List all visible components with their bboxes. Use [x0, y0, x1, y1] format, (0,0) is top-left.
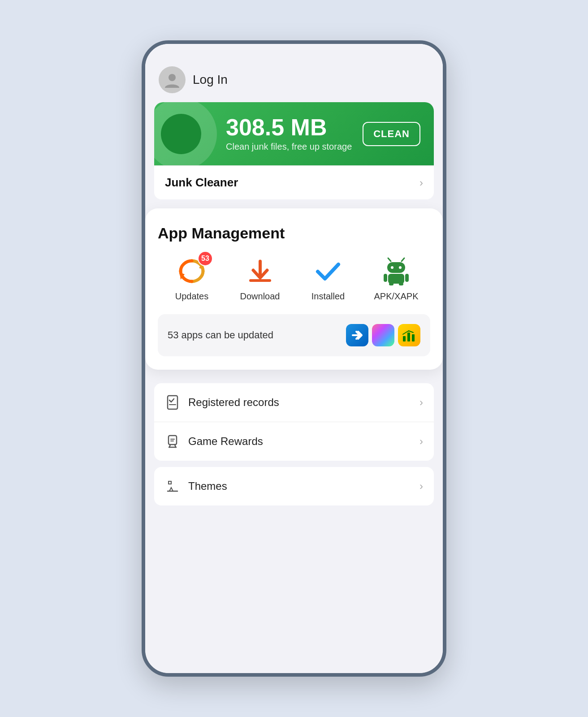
svg-point-9	[399, 266, 402, 269]
app-management-title: App Management	[158, 225, 430, 242]
themes-icon	[165, 479, 180, 494]
junk-banner-subtitle: Clean junk files, free up storage	[226, 142, 363, 152]
list-section-2: Themes ›	[154, 467, 434, 505]
svg-rect-7	[387, 262, 405, 273]
app-management-icons-row: 53 Updates Download	[158, 255, 430, 302]
svg-line-5	[388, 258, 391, 261]
app-thumb-1	[346, 324, 368, 346]
apk-item[interactable]: APK/XAPK	[362, 255, 430, 302]
updates-icon-wrapper: 53	[176, 255, 208, 287]
apk-icon-wrapper	[380, 255, 412, 287]
list-row-registered[interactable]: Registered records ›	[154, 383, 434, 422]
svg-point-0	[169, 74, 176, 81]
login-button[interactable]: Log In	[193, 73, 228, 87]
installed-icon-wrapper	[312, 255, 344, 287]
app-header: Log In	[145, 44, 443, 102]
clean-button[interactable]: CLEAN	[363, 122, 420, 146]
junk-cleaner-row[interactable]: Junk Cleaner ›	[154, 165, 434, 199]
app-thumb-3	[398, 324, 420, 346]
svg-rect-18	[168, 396, 177, 409]
download-icon	[248, 259, 272, 284]
themes-chevron-icon: ›	[419, 480, 423, 492]
banner-circle-decoration	[154, 102, 217, 165]
junk-cleaner-label: Junk Cleaner	[165, 176, 238, 190]
svg-rect-16	[407, 333, 410, 341]
installed-item[interactable]: Installed	[294, 255, 362, 302]
svg-rect-20	[169, 436, 177, 445]
download-item[interactable]: Download	[226, 255, 294, 302]
svg-point-8	[391, 266, 393, 269]
game-rewards-label: Game Rewards	[188, 435, 411, 448]
list-section-1: Registered records › Game Rewards ›	[154, 383, 434, 461]
installed-label: Installed	[311, 291, 345, 302]
updates-label: Updates	[175, 291, 209, 302]
svg-rect-15	[403, 336, 406, 341]
phone-screen: Log In 308.5 MB Clean junk files, free u…	[145, 44, 443, 673]
updates-item[interactable]: 53 Updates	[158, 255, 226, 302]
download-label: Download	[240, 291, 280, 302]
svg-rect-10	[388, 274, 404, 284]
junk-banner-info: 308.5 MB Clean junk files, free up stora…	[226, 116, 363, 152]
phone-frame: Log In 308.5 MB Clean junk files, free u…	[142, 40, 446, 677]
update-banner-text: 53 apps can be updated	[168, 329, 273, 341]
avatar[interactable]	[159, 66, 186, 93]
svg-rect-14	[399, 283, 403, 285]
game-rewards-chevron-icon: ›	[419, 435, 423, 448]
junk-size-value: 308.5 MB	[226, 116, 363, 139]
apk-android-icon	[382, 257, 411, 285]
game-rewards-icon	[165, 434, 180, 449]
update-app-thumbs	[346, 324, 420, 346]
svg-rect-11	[384, 274, 387, 282]
svg-rect-12	[405, 274, 409, 282]
updates-badge: 53	[198, 251, 213, 266]
svg-rect-17	[412, 334, 415, 341]
list-row-themes[interactable]: Themes ›	[154, 467, 434, 505]
installed-checkmark-icon	[315, 258, 341, 284]
registered-records-icon	[165, 395, 180, 410]
themes-label: Themes	[188, 480, 411, 492]
update-banner[interactable]: 53 apps can be updated	[158, 314, 430, 356]
apk-label: APK/XAPK	[374, 291, 419, 302]
banner-circle-inner	[161, 114, 201, 154]
download-icon-wrapper	[244, 255, 276, 287]
junk-cleaner-chevron-icon: ›	[419, 177, 423, 189]
app-management-card: App Management 53	[145, 208, 443, 370]
svg-line-6	[402, 258, 404, 261]
list-row-game-rewards[interactable]: Game Rewards ›	[154, 422, 434, 461]
junk-banner[interactable]: 308.5 MB Clean junk files, free up stora…	[154, 102, 434, 165]
registered-records-chevron-icon: ›	[419, 396, 423, 409]
registered-records-label: Registered records	[188, 396, 411, 409]
app-thumb-2	[372, 324, 394, 346]
svg-rect-13	[389, 283, 393, 285]
